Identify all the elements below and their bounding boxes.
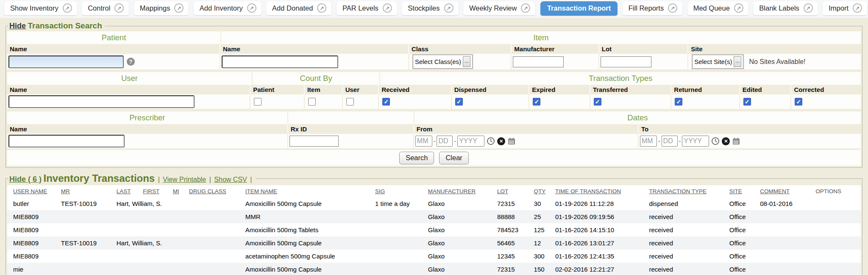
tab-mappings[interactable]: Mappings↗ [134,1,189,15]
from-now-clock-icon[interactable] [487,137,495,145]
search-panel-title: Transaction Search [28,21,102,30]
from-clear-icon[interactable]: ✕ [497,137,505,145]
view-printable-link[interactable]: View Printable [163,176,206,183]
select-classes-control[interactable]: Select Class(es) ... [413,55,473,69]
to-now-clock-icon[interactable] [711,137,720,145]
type-transferred-checkbox[interactable]: ✓ [594,98,601,106]
col-mr[interactable]: MR [59,185,115,197]
col-sig[interactable]: SIG [373,185,426,197]
popout-icon[interactable]: ↗ [853,3,862,13]
cell-user-name: mie [7,263,59,275]
cell-time: 01-19-2026 11:12:28 [554,197,648,210]
countby-item-checkbox[interactable] [308,98,316,106]
cell-mr: TEST-10019 [59,197,115,210]
type-expired-checkbox[interactable]: ✓ [533,98,540,106]
tab-show-inventory[interactable]: Show Inventory↗ [4,1,77,15]
col-manufacturer[interactable]: MANUFACTURER [426,185,495,197]
select-sites-control[interactable]: Select Site(s) ... [692,55,743,69]
popout-icon[interactable]: ↗ [521,3,530,13]
popout-icon[interactable]: ↗ [114,3,124,13]
col-mi[interactable]: MI [171,185,187,197]
tab-transaction-report[interactable]: Transaction Report [540,1,618,16]
col-time-of-transaction[interactable]: TIME OF TRANSACTION [554,185,648,197]
manufacturer-input[interactable] [513,56,564,67]
rxid-input[interactable] [289,136,339,147]
search-button[interactable]: Search [399,152,434,164]
search-section-headers-1: Patient Item [7,31,861,44]
type-received-label: Received [379,85,451,94]
transaction-search-panel: Hide Transaction Search Patient Item Nam… [6,21,862,168]
from-month-input[interactable] [415,136,432,147]
tab-import[interactable]: Import↗ [823,1,867,15]
col-site[interactable]: SITE [728,185,759,197]
countby-user-checkbox[interactable] [346,98,354,106]
type-returned-checkbox[interactable]: ✓ [675,98,682,106]
tab-stockpiles[interactable]: Stockpiles↗ [402,1,458,15]
type-edited-checkbox[interactable]: ✓ [743,98,751,106]
clear-button[interactable]: Clear [439,152,468,164]
prescriber-name-input[interactable] [8,135,125,147]
tab-par-levels[interactable]: PAR Levels↗ [337,1,397,15]
hide-transactions-link[interactable]: Hide ( 6 ) [9,175,42,183]
cell-site: Office [728,263,759,275]
popout-icon[interactable]: ↗ [174,3,184,13]
dates-section-header: Dates [627,113,648,122]
user-name-input[interactable] [8,95,195,108]
col-drug-class[interactable]: DRUG CLASS [187,185,244,197]
col-lot[interactable]: LOT [495,185,532,197]
popout-icon[interactable]: ↗ [668,3,677,13]
help-icon[interactable]: ? [127,58,135,66]
select-sites-button[interactable]: ... [734,56,741,67]
from-day-input[interactable] [437,136,453,147]
popout-icon[interactable]: ↗ [734,3,743,13]
tab-add-inventory[interactable]: Add Inventory↗ [194,1,262,15]
type-corrected-checkbox[interactable]: ✓ [795,98,802,106]
popout-icon[interactable]: ↗ [804,3,813,13]
tab-fill-reports[interactable]: Fill Reports↗ [623,1,682,15]
cell-patient-name [115,263,187,275]
tab-weekly-review[interactable]: Weekly Review↗ [463,1,535,15]
patient-name-input[interactable] [8,56,124,68]
popout-icon[interactable]: ↗ [247,3,256,13]
col-transaction-type[interactable]: TRANSACTION TYPE [647,185,727,197]
countby-patient-checkbox[interactable] [254,98,262,106]
to-month-input[interactable] [640,136,657,147]
tab-label: Med Queue [693,4,730,12]
select-classes-label: Select Class(es) [415,58,461,65]
col-item-name[interactable]: ITEM NAME [244,185,373,197]
rxid-label: Rx ID [288,124,413,134]
col-user-name[interactable]: USER NAME [7,185,59,197]
type-received-checkbox[interactable]: ✓ [382,98,390,106]
col-first[interactable]: FIRST [141,185,171,197]
tab-add-donated[interactable]: Add Donated↗ [266,1,331,15]
lot-input[interactable] [601,56,651,67]
from-calendar-icon[interactable] [507,137,516,145]
col-qty[interactable]: QTY [532,185,554,197]
item-name-input[interactable] [222,56,338,68]
cell-item-name: Amoxicillin 500mg Tablets [244,223,373,236]
search-inputs-3: - - ✕ - - ✕ [7,134,861,148]
tab-med-queue[interactable]: Med Queue↗ [687,1,748,15]
type-dispensed-checkbox[interactable]: ✓ [455,98,463,106]
popout-icon[interactable]: ↗ [383,3,392,13]
col-comment[interactable]: COMMENT [758,185,814,197]
popout-icon[interactable]: ↗ [444,3,453,13]
transaction-row: MIE8809 TEST-10019 Hart, William, S. Amo… [7,236,861,250]
to-clear-icon[interactable]: ✕ [722,137,730,145]
from-year-input[interactable] [457,136,484,147]
to-day-input[interactable] [662,136,678,147]
col-last[interactable]: LAST [115,185,141,197]
to-year-input[interactable] [682,136,709,147]
show-csv-link[interactable]: Show CSV [214,176,247,183]
to-calendar-icon[interactable] [732,137,740,145]
select-classes-button[interactable]: ... [463,56,470,67]
hide-search-link[interactable]: Hide [9,22,26,30]
tab-blank-labels[interactable]: Blank Labels↗ [753,1,818,15]
popout-icon[interactable]: ↗ [63,3,72,13]
cell-transaction-type: dispensed [647,197,727,210]
tab-label: Weekly Review [469,4,517,12]
tab-control[interactable]: Control↗ [82,1,129,15]
popout-icon[interactable]: ↗ [317,3,326,13]
cell-site: Office [728,250,759,263]
tab-label: Stockpiles [408,4,440,12]
